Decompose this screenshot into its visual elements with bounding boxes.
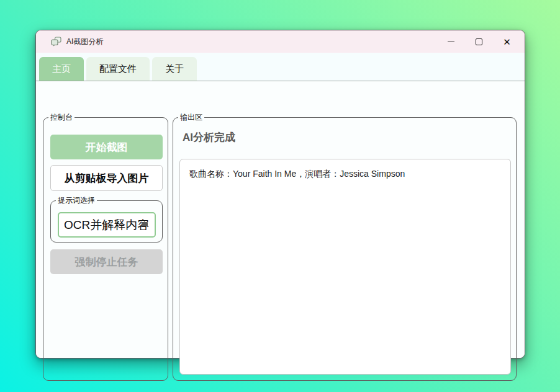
close-icon: ✕ (503, 37, 511, 47)
prompt-select-group: 提示词选择 OCR并解释内容 (50, 200, 163, 243)
minimize-icon (448, 42, 454, 42)
tab-bar: 主页 配置文件 关于 (36, 53, 525, 81)
app-icon (51, 37, 61, 47)
minimize-button[interactable] (437, 30, 465, 53)
dropdown-indicator-icon (142, 222, 148, 226)
console-panel: 控制台 开始截图 从剪贴板导入图片 提示词选择 OCR并解释内容 强制停止任务 (43, 117, 168, 381)
window-title: AI截图分析 (66, 37, 103, 47)
maximize-button[interactable] (465, 30, 493, 53)
console-panel-label: 控制台 (48, 112, 75, 122)
prompt-dropdown[interactable]: OCR并解释内容 (58, 212, 156, 238)
output-panel-label: 输出区 (178, 112, 204, 122)
analysis-status-heading: AI分析完成 (183, 130, 235, 145)
tab-about[interactable]: 关于 (152, 57, 197, 81)
tab-home[interactable]: 主页 (39, 57, 84, 81)
output-panel: 输出区 AI分析完成 歌曲名称：Your Faith In Me，演唱者：Jes… (173, 117, 517, 381)
start-screenshot-button[interactable]: 开始截图 (50, 135, 163, 159)
main-content: 控制台 开始截图 从剪贴板导入图片 提示词选择 OCR并解释内容 强制停止任务 … (36, 82, 525, 358)
tab-config-file[interactable]: 配置文件 (86, 57, 150, 81)
titlebar: AI截图分析 ✕ (36, 30, 525, 53)
result-text-area[interactable]: 歌曲名称：Your Faith In Me，演唱者：Jessica Simpso… (179, 159, 511, 375)
prompt-select-label: 提示词选择 (56, 195, 97, 205)
app-window: AI截图分析 ✕ 主页 配置文件 关于 控制台 开始截图 从剪贴板导入图片 提示… (35, 30, 525, 359)
force-stop-task-button[interactable]: 强制停止任务 (50, 249, 163, 274)
desktop: { "window": { "title": "AI截图分析" }, "tabs… (0, 0, 560, 392)
import-from-clipboard-button[interactable]: 从剪贴板导入图片 (50, 165, 163, 191)
prompt-dropdown-value: OCR并解释内容 (64, 217, 149, 233)
maximize-icon (476, 38, 482, 45)
result-text: 歌曲名称：Your Faith In Me，演唱者：Jessica Simpso… (189, 167, 504, 180)
window-controls: ✕ (437, 30, 525, 53)
close-button[interactable]: ✕ (493, 30, 521, 53)
